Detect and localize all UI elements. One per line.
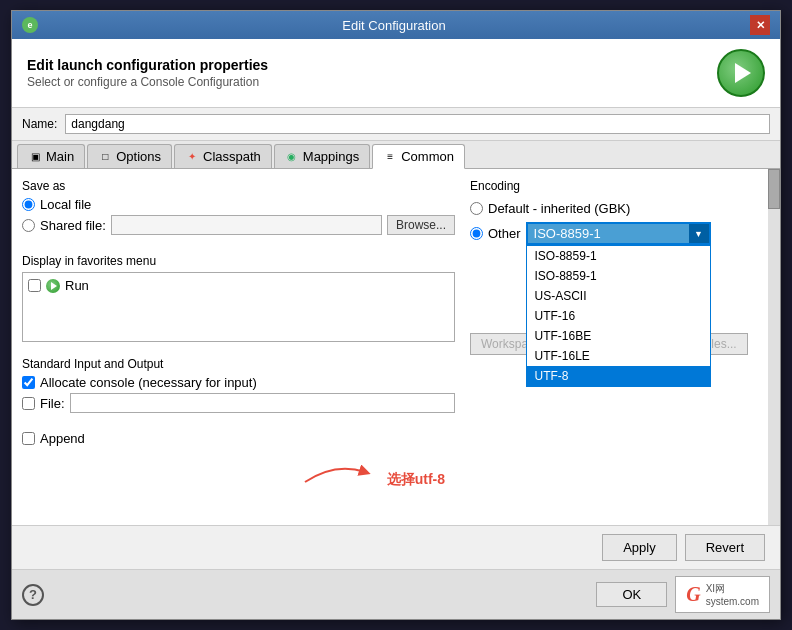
encoding-default-label: Default - inherited (GBK) (488, 201, 630, 216)
watermark-text: XI网system.com (706, 582, 759, 607)
gxi-logo: G (686, 583, 700, 606)
run-checkbox[interactable] (28, 279, 41, 292)
scrollbar-thumb[interactable] (768, 169, 780, 209)
dropdown-arrow-icon[interactable]: ▼ (689, 224, 709, 243)
favorites-run-item: Run (28, 278, 89, 293)
append-label: Append (40, 431, 85, 446)
classpath-tab-icon: ✦ (185, 150, 199, 164)
shared-file-input[interactable] (111, 215, 382, 235)
browse-button[interactable]: Browse... (387, 215, 455, 235)
encoding-other-label: Other (488, 226, 521, 241)
main-tab-icon: ▣ (28, 150, 42, 164)
name-input[interactable] (65, 114, 770, 134)
file-label: File: (40, 396, 65, 411)
favorites-section: Display in favorites menu Run (22, 254, 455, 342)
mappings-tab-icon: ◉ (285, 150, 299, 164)
save-as-title: Save as (22, 179, 455, 193)
encoding-option-utf8[interactable]: UTF-8 (527, 366, 710, 386)
encoding-other-option: Other ISO-8859-1 ▼ ISO-8859-1 ISO-8859-1 (470, 222, 770, 245)
options-tab-icon: □ (98, 150, 112, 164)
header-title: Edit launch configuration properties (27, 57, 268, 73)
allocate-console-label: Allocate console (necessary for input) (40, 375, 257, 390)
allocate-console-option: Allocate console (necessary for input) (22, 375, 455, 390)
tab-classpath[interactable]: ✦ Classpath (174, 144, 272, 168)
right-panel: Encoding Default - inherited (GBK) Other… (470, 179, 770, 515)
encoding-option-usascii[interactable]: US-ASCII (527, 286, 710, 306)
local-file-radio[interactable] (22, 198, 35, 211)
shared-file-radio[interactable] (22, 219, 35, 232)
encoding-selected-display[interactable]: ISO-8859-1 ▼ (526, 222, 711, 245)
append-section: Append (22, 428, 455, 449)
edit-configuration-dialog: e Edit Configuration ✕ Edit launch confi… (11, 10, 781, 620)
encoding-option-utf16be[interactable]: UTF-16BE (527, 326, 710, 346)
run-icon[interactable] (717, 49, 765, 97)
tabs-bar: ▣ Main □ Options ✦ Classpath ◉ Mappings … (12, 141, 780, 169)
shared-file-option: Shared file: Browse... (22, 215, 455, 235)
std-io-section: Standard Input and Output Allocate conso… (22, 357, 455, 413)
header-section: Edit launch configuration properties Sel… (12, 39, 780, 108)
local-file-label: Local file (40, 197, 91, 212)
help-icon[interactable]: ? (22, 584, 44, 606)
watermark: G XI网system.com (675, 576, 770, 613)
append-option: Append (22, 431, 455, 446)
tab-main-label: Main (46, 149, 74, 164)
tab-options[interactable]: □ Options (87, 144, 172, 168)
close-button[interactable]: ✕ (750, 15, 770, 35)
encoding-option-iso1b[interactable]: ISO-8859-1 (527, 266, 710, 286)
local-file-option: Local file (22, 197, 455, 212)
ok-button[interactable]: OK (596, 582, 667, 607)
favorites-box: Run (22, 272, 455, 342)
std-io-title: Standard Input and Output (22, 357, 455, 371)
header-subtitle: Select or configure a Console Configurat… (27, 75, 268, 89)
scrollbar[interactable] (768, 169, 780, 525)
dialog-title: Edit Configuration (38, 18, 750, 33)
bottom-bar: Apply Revert (12, 525, 780, 569)
tab-mappings[interactable]: ◉ Mappings (274, 144, 370, 168)
file-input[interactable] (70, 393, 455, 413)
append-checkbox[interactable] (22, 432, 35, 445)
left-panel: Save as Local file Shared file: Browse..… (22, 179, 455, 515)
save-as-section: Save as Local file Shared file: Browse..… (22, 179, 455, 238)
tab-classpath-label: Classpath (203, 149, 261, 164)
run-green-icon (46, 279, 60, 293)
header-text: Edit launch configuration properties Sel… (27, 57, 268, 89)
allocate-console-checkbox[interactable] (22, 376, 35, 389)
content-area: Save as Local file Shared file: Browse..… (12, 169, 780, 525)
favorites-title: Display in favorites menu (22, 254, 455, 268)
encoding-option-utf16[interactable]: UTF-16 (527, 306, 710, 326)
common-tab-icon: ≡ (383, 150, 397, 164)
encoding-title: Encoding (470, 179, 770, 193)
shared-file-label: Shared file: (40, 218, 106, 233)
encoding-other-radio[interactable] (470, 227, 483, 240)
dropdown-container[interactable]: ISO-8859-1 ▼ (526, 222, 711, 245)
tab-common-label: Common (401, 149, 454, 164)
file-checkbox[interactable] (22, 397, 35, 410)
encoding-option-iso1[interactable]: ISO-8859-1 (527, 246, 710, 266)
file-row: File: (22, 393, 455, 413)
revert-button[interactable]: Revert (685, 534, 765, 561)
name-row: Name: (12, 108, 780, 141)
apply-button[interactable]: Apply (602, 534, 677, 561)
run-label: Run (65, 278, 89, 293)
encoding-option-utf16le[interactable]: UTF-16LE (527, 346, 710, 366)
tab-common[interactable]: ≡ Common (372, 144, 465, 169)
annotation-text: 选择utf-8 (387, 471, 445, 489)
name-label: Name: (22, 117, 57, 131)
encoding-dropdown-list: ISO-8859-1 ISO-8859-1 US-ASCII UTF-16 UT… (526, 245, 711, 387)
encoding-dropdown-wrapper: ISO-8859-1 ▼ ISO-8859-1 ISO-8859-1 US-AS… (526, 222, 711, 245)
footer-right: OK G XI网system.com (596, 576, 770, 613)
encoding-default-radio[interactable] (470, 202, 483, 215)
tab-main[interactable]: ▣ Main (17, 144, 85, 168)
encoding-default-option: Default - inherited (GBK) (470, 201, 770, 216)
annotation-container: 选择utf-8 (22, 459, 455, 489)
tab-options-label: Options (116, 149, 161, 164)
encoding-selected-value: ISO-8859-1 (534, 226, 601, 241)
title-bar: e Edit Configuration ✕ (12, 11, 780, 39)
app-icon: e (22, 17, 38, 33)
encoding-section: Encoding Default - inherited (GBK) Other… (470, 179, 770, 245)
tab-mappings-label: Mappings (303, 149, 359, 164)
arrow-svg (295, 457, 375, 487)
footer-bar: ? OK G XI网system.com (12, 569, 780, 619)
